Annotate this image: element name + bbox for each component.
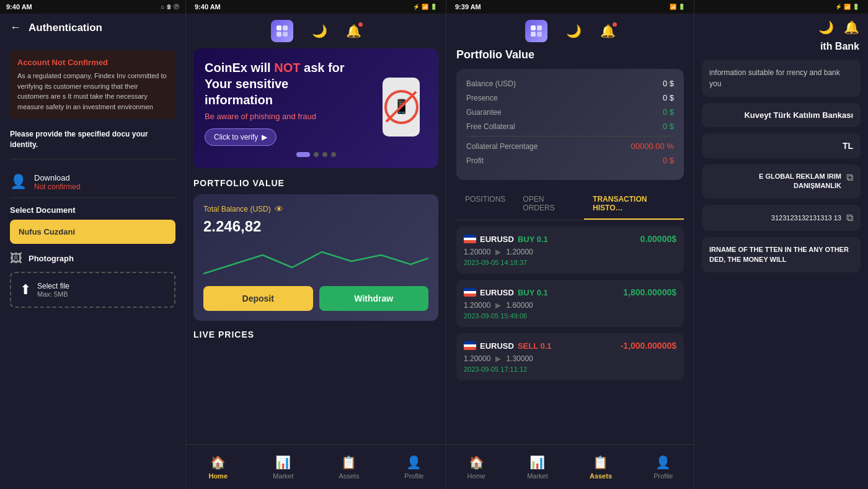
home-icon: 🏠 — [210, 455, 226, 470]
eur-flag-2 — [464, 288, 476, 297]
banner-highlight: NOT — [274, 61, 300, 74]
trade-action-1: BUY 0.1 — [518, 235, 548, 244]
bank-ad-text: E GLOBAL REKLAM IRIM DANIŞMANLIK — [709, 172, 841, 191]
nav-assets-p[interactable]: 📋 Assets — [580, 450, 622, 485]
account-number: 3123123132131313 13 — [709, 214, 841, 222]
portfolio-logo — [525, 20, 547, 42]
banner-title: CoinEx will NOT ask forYour sensitive in… — [205, 60, 353, 108]
no-symbol: 📱 — [384, 90, 418, 124]
portfolio-section-title: PORTFOLIO VALUE — [193, 178, 438, 188]
svg-rect-3 — [283, 32, 288, 37]
copy-icon[interactable]: ⧉ — [846, 172, 853, 183]
file-upload-box[interactable]: ⬆ Select file Max: 5MB — [10, 272, 175, 308]
dot-3 — [322, 152, 327, 157]
notification-button-p[interactable]: 🔔 — [600, 24, 616, 38]
market-label-p: Market — [527, 472, 548, 480]
svg-rect-4 — [531, 25, 536, 30]
pv-guarantee-value: 0 $ — [663, 107, 674, 117]
price-from-3: 1.20000 — [464, 354, 490, 363]
nav-profile[interactable]: 👤 Profile — [394, 450, 433, 485]
assets-icon-p: 📋 — [593, 455, 608, 470]
photo-icon: 🖼 — [10, 251, 22, 266]
coinex-content: CoinEx will NOT ask forYour sensitive in… — [186, 48, 446, 489]
upload-info: Select file Max: 5MB — [37, 282, 69, 298]
nav-market-p[interactable]: 📊 Market — [517, 450, 558, 485]
bank-name-text: Kuveyt Türk Katılım Bankası — [709, 110, 853, 120]
bank-warning-text: IRNAME OF THE TTEN IN THE ANY OTHER DED,… — [709, 244, 853, 265]
bank-ad-card: E GLOBAL REKLAM IRIM DANIŞMANLIK ⧉ — [702, 164, 861, 199]
deposit-button[interactable]: Deposit — [203, 286, 313, 311]
svg-rect-7 — [537, 32, 542, 37]
arrow-2: ▶ — [495, 301, 501, 310]
coinex-bottom-nav: 🏠 Home 📊 Market 📋 Assets 👤 Profile — [186, 444, 446, 489]
trade-prices-1: 1.20000 ▶ 1.20000 — [464, 248, 676, 256]
price-from-1: 1.20000 — [464, 248, 490, 256]
balance-amount: 2.246,82 — [203, 218, 428, 235]
bank-header-row: 🌙 🔔 — [694, 14, 868, 41]
pv-guarantee-label: Guarantee — [466, 108, 502, 117]
total-balance-label: Total Balance (USD) 👁 — [203, 204, 428, 214]
trade-header-2: EURUSD BUY 0.1 1,800.00000$ — [464, 287, 676, 297]
trade-prices-3: 1.20000 ▶ 1.30000 — [464, 354, 676, 363]
portfolio-value-card: Balance (USD) 0 $ Presence 0 $ Guarantee… — [456, 69, 684, 180]
trade-amount-3: -1,000.00000$ — [621, 341, 676, 351]
tab-transaction-history[interactable]: TRANSACTION HISTO… — [584, 189, 684, 220]
withdraw-button[interactable]: Withdraw — [319, 286, 429, 311]
nav-home-p[interactable]: 🏠 Home — [458, 450, 495, 485]
moon-button-p[interactable]: 🌙 — [566, 24, 582, 38]
tab-positions[interactable]: POSITIONS — [456, 189, 514, 220]
anc-heading: Account Not Confirmed — [17, 58, 168, 67]
pair-label-1: EURUSD — [480, 235, 514, 244]
pv-guarantee-row: Guarantee 0 $ — [466, 107, 674, 117]
trade-item-2: EURUSD BUY 0.1 1,800.00000$ 1.20000 ▶ 1.… — [456, 280, 684, 327]
bt-icon: ⚡ — [835, 4, 842, 10]
trade-item-3: EURUSD SELL 0.1 -1,000.00000$ 1.20000 ▶ … — [456, 333, 684, 380]
tab-open-orders[interactable]: OPEN ORDERS — [514, 189, 584, 220]
download-info: Download Not confirmed — [34, 173, 175, 191]
price-to-2: 1.60000 — [506, 301, 533, 310]
wifi-icon-p: 🔋 — [678, 4, 685, 10]
moon-button-b[interactable]: 🌙 — [818, 20, 834, 35]
select-doc-title: Select Document — [10, 205, 175, 215]
nav-profile-p[interactable]: 👤 Profile — [644, 450, 683, 485]
tabs-row: POSITIONS OPEN ORDERS TRANSACTION HISTO… — [456, 189, 684, 220]
banner-verify-button[interactable]: Click to verify ▶ — [205, 128, 277, 146]
portfolio-bottom-nav: 🏠 Home 📊 Market 📋 Assets 👤 Profile — [446, 444, 694, 489]
portfolio-panel: 9:39 AM 📶 🔋 🌙 🔔 Portfolio Value Balance … — [446, 0, 694, 489]
status-bar-coinex: 9:40 AM ⚡ 📶 🔋 — [186, 0, 446, 14]
pv-presence-value: 0 $ — [663, 93, 674, 102]
portfolio-card: Total Balance (USD) 👁 2.246,82 Deposit W… — [193, 194, 438, 321]
trash-icon: 🗑 — [166, 4, 172, 10]
nav-market[interactable]: 📊 Market — [263, 450, 304, 485]
upload-max: Max: 5MB — [37, 290, 69, 298]
auth-body: Account Not Confirmed As a regulated com… — [0, 42, 185, 489]
notification-button-b[interactable]: 🔔 — [844, 20, 859, 35]
copy-icon-2[interactable]: ⧉ — [846, 212, 853, 223]
svg-rect-1 — [283, 25, 288, 30]
trade-prices-2: 1.20000 ▶ 1.60000 — [464, 301, 676, 310]
pv-divider — [466, 136, 674, 137]
currency-card: TL — [702, 133, 861, 158]
nav-assets[interactable]: 📋 Assets — [329, 450, 369, 485]
play-icon: ▶ — [262, 133, 267, 141]
photo-header: 🖼 Photograph — [10, 251, 175, 266]
trade-amount-2: 1,800.00000$ — [623, 287, 676, 297]
download-label: Download — [34, 173, 175, 182]
battery-icon-b: 🔋 — [852, 4, 859, 10]
dot-4 — [331, 152, 336, 157]
nufus-button[interactable]: Nufus Cuzdani — [10, 220, 175, 244]
nav-home[interactable]: 🏠 Home — [198, 450, 237, 485]
notification-button[interactable]: 🔔 — [346, 24, 361, 38]
status-time-auth: 9:40 AM — [6, 3, 32, 11]
banner-phone-graphic: 📱 — [383, 78, 426, 140]
back-button[interactable]: ← — [10, 21, 21, 34]
photo-label: Photograph — [29, 254, 74, 263]
auth-title: Authentication — [29, 22, 102, 34]
pv-free-collateral-value: 0 $ — [663, 122, 674, 131]
moon-button[interactable]: 🌙 — [312, 24, 327, 38]
pv-balance-row: Balance (USD) 0 $ — [466, 79, 674, 88]
trade-date-3: 2023-09-05 17:11:12 — [464, 366, 676, 373]
market-icon-p: 📊 — [529, 455, 545, 470]
download-item[interactable]: 👤 Download Not confirmed — [10, 167, 175, 198]
currency-label: TL — [709, 141, 853, 151]
